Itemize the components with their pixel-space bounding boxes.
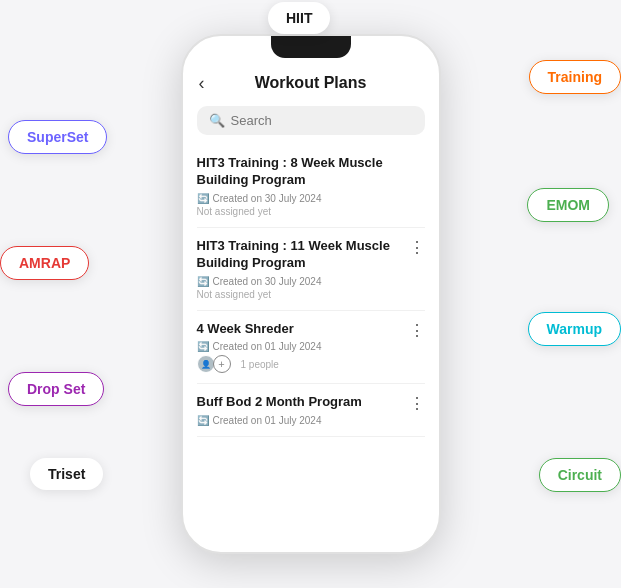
people-row: 👤 + 1 people [197, 355, 425, 373]
add-person-icon[interactable]: + [213, 355, 231, 373]
more-menu-icon[interactable]: ⋮ [409, 238, 425, 257]
search-icon: 🔍 [209, 113, 225, 128]
workout-item[interactable]: ⋮ 4 Week Shreder 🔄 Created on 01 July 20… [197, 311, 425, 385]
floating-superset: SuperSet [8, 120, 107, 154]
workout-item[interactable]: ⋮ Buff Bod 2 Month Program 🔄 Created on … [197, 384, 425, 437]
sync-icon: 🔄 [197, 193, 209, 204]
more-menu-icon[interactable]: ⋮ [409, 394, 425, 413]
created-date: Created on 01 July 2024 [213, 341, 322, 352]
page-title: Workout Plans [255, 74, 367, 92]
phone-screen: ‹ Workout Plans 🔍 HIT3 Training : 8 Week… [181, 34, 441, 554]
floating-training: Training [529, 60, 621, 94]
floating-amrap: AMRAP [0, 246, 89, 280]
sync-icon: 🔄 [197, 276, 209, 287]
people-count: 1 people [241, 359, 279, 370]
floating-emom: EMOM [527, 188, 609, 222]
floating-triset: Triset [30, 458, 103, 490]
floating-dropset: Drop Set [8, 372, 104, 406]
not-assigned: Not assigned yet [197, 206, 425, 217]
workout-title: 4 Week Shreder [197, 321, 425, 338]
workout-meta: 🔄 Created on 30 July 2024 [197, 193, 425, 204]
created-date: Created on 30 July 2024 [213, 276, 322, 287]
workout-meta: 🔄 Created on 01 July 2024 [197, 415, 425, 426]
search-bar[interactable]: 🔍 [197, 106, 425, 135]
phone-inner: ‹ Workout Plans 🔍 HIT3 Training : 8 Week… [183, 36, 439, 552]
not-assigned: Not assigned yet [197, 289, 425, 300]
workout-item[interactable]: ⋮ HIT3 Training : 11 Week Muscle Buildin… [197, 228, 425, 311]
created-date: Created on 30 July 2024 [213, 193, 322, 204]
sync-icon: 🔄 [197, 415, 209, 426]
workout-meta: 🔄 Created on 30 July 2024 [197, 276, 425, 287]
back-button[interactable]: ‹ [199, 73, 205, 94]
phone-notch [271, 36, 351, 58]
search-input[interactable] [231, 113, 413, 128]
workout-meta: 🔄 Created on 01 July 2024 [197, 341, 425, 352]
phone-device: ‹ Workout Plans 🔍 HIT3 Training : 8 Week… [181, 34, 441, 554]
floating-warmup: Warmup [528, 312, 621, 346]
workout-item[interactable]: HIT3 Training : 8 Week Muscle Building P… [197, 145, 425, 228]
more-menu-icon[interactable]: ⋮ [409, 321, 425, 340]
floating-circuit: Circuit [539, 458, 621, 492]
workout-title: HIT3 Training : 8 Week Muscle Building P… [197, 155, 425, 189]
sync-icon: 🔄 [197, 341, 209, 352]
app-header: ‹ Workout Plans [183, 64, 439, 98]
workout-list: HIT3 Training : 8 Week Muscle Building P… [183, 145, 439, 552]
people-avatars: 👤 + [197, 355, 231, 373]
avatar: 👤 [197, 355, 215, 373]
workout-title: Buff Bod 2 Month Program [197, 394, 425, 411]
workout-title: HIT3 Training : 11 Week Muscle Building … [197, 238, 425, 272]
created-date: Created on 01 July 2024 [213, 415, 322, 426]
floating-hiit: HIIT [268, 2, 330, 34]
